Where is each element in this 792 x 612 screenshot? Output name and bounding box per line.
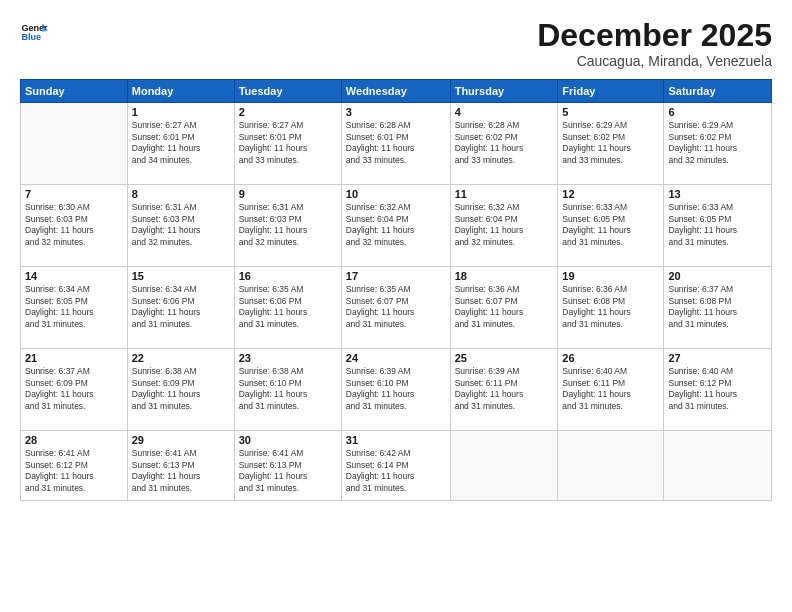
- calendar-cell: 25Sunrise: 6:39 AM Sunset: 6:11 PM Dayli…: [450, 349, 558, 431]
- month-title: December 2025: [537, 18, 772, 53]
- day-number: 4: [455, 106, 554, 118]
- day-number: 1: [132, 106, 230, 118]
- day-info: Sunrise: 6:29 AM Sunset: 6:02 PM Dayligh…: [562, 120, 659, 166]
- day-info: Sunrise: 6:30 AM Sunset: 6:03 PM Dayligh…: [25, 202, 123, 248]
- day-number: 25: [455, 352, 554, 364]
- calendar-cell: 31Sunrise: 6:42 AM Sunset: 6:14 PM Dayli…: [341, 431, 450, 501]
- day-info: Sunrise: 6:39 AM Sunset: 6:11 PM Dayligh…: [455, 366, 554, 412]
- calendar-cell: 8Sunrise: 6:31 AM Sunset: 6:03 PM Daylig…: [127, 185, 234, 267]
- day-info: Sunrise: 6:35 AM Sunset: 6:06 PM Dayligh…: [239, 284, 337, 330]
- day-number: 11: [455, 188, 554, 200]
- page-header: General Blue December 2025 Caucagua, Mir…: [20, 18, 772, 69]
- title-block: December 2025 Caucagua, Miranda, Venezue…: [537, 18, 772, 69]
- day-number: 10: [346, 188, 446, 200]
- day-info: Sunrise: 6:31 AM Sunset: 6:03 PM Dayligh…: [132, 202, 230, 248]
- day-info: Sunrise: 6:36 AM Sunset: 6:08 PM Dayligh…: [562, 284, 659, 330]
- calendar-cell: 28Sunrise: 6:41 AM Sunset: 6:12 PM Dayli…: [21, 431, 128, 501]
- day-info: Sunrise: 6:39 AM Sunset: 6:10 PM Dayligh…: [346, 366, 446, 412]
- day-of-week-header: Wednesday: [341, 80, 450, 103]
- calendar-week-row: 28Sunrise: 6:41 AM Sunset: 6:12 PM Dayli…: [21, 431, 772, 501]
- day-info: Sunrise: 6:33 AM Sunset: 6:05 PM Dayligh…: [562, 202, 659, 248]
- day-info: Sunrise: 6:28 AM Sunset: 6:02 PM Dayligh…: [455, 120, 554, 166]
- calendar-cell: 2Sunrise: 6:27 AM Sunset: 6:01 PM Daylig…: [234, 103, 341, 185]
- day-info: Sunrise: 6:29 AM Sunset: 6:02 PM Dayligh…: [668, 120, 767, 166]
- day-of-week-header: Thursday: [450, 80, 558, 103]
- calendar-cell: 19Sunrise: 6:36 AM Sunset: 6:08 PM Dayli…: [558, 267, 664, 349]
- calendar-cell: 6Sunrise: 6:29 AM Sunset: 6:02 PM Daylig…: [664, 103, 772, 185]
- day-number: 20: [668, 270, 767, 282]
- day-number: 23: [239, 352, 337, 364]
- day-info: Sunrise: 6:31 AM Sunset: 6:03 PM Dayligh…: [239, 202, 337, 248]
- calendar-table: SundayMondayTuesdayWednesdayThursdayFrid…: [20, 79, 772, 501]
- day-info: Sunrise: 6:34 AM Sunset: 6:06 PM Dayligh…: [132, 284, 230, 330]
- day-number: 15: [132, 270, 230, 282]
- calendar-cell: [450, 431, 558, 501]
- calendar-cell: 12Sunrise: 6:33 AM Sunset: 6:05 PM Dayli…: [558, 185, 664, 267]
- day-number: 9: [239, 188, 337, 200]
- day-number: 16: [239, 270, 337, 282]
- day-number: 17: [346, 270, 446, 282]
- day-info: Sunrise: 6:36 AM Sunset: 6:07 PM Dayligh…: [455, 284, 554, 330]
- calendar-cell: 29Sunrise: 6:41 AM Sunset: 6:13 PM Dayli…: [127, 431, 234, 501]
- calendar-cell: 30Sunrise: 6:41 AM Sunset: 6:13 PM Dayli…: [234, 431, 341, 501]
- calendar-cell: 5Sunrise: 6:29 AM Sunset: 6:02 PM Daylig…: [558, 103, 664, 185]
- day-info: Sunrise: 6:34 AM Sunset: 6:05 PM Dayligh…: [25, 284, 123, 330]
- day-number: 13: [668, 188, 767, 200]
- day-number: 12: [562, 188, 659, 200]
- day-info: Sunrise: 6:41 AM Sunset: 6:13 PM Dayligh…: [239, 448, 337, 494]
- day-number: 14: [25, 270, 123, 282]
- day-number: 7: [25, 188, 123, 200]
- day-info: Sunrise: 6:37 AM Sunset: 6:09 PM Dayligh…: [25, 366, 123, 412]
- logo: General Blue: [20, 18, 48, 46]
- day-number: 30: [239, 434, 337, 446]
- calendar-cell: 1Sunrise: 6:27 AM Sunset: 6:01 PM Daylig…: [127, 103, 234, 185]
- calendar-page: General Blue December 2025 Caucagua, Mir…: [0, 0, 792, 612]
- day-info: Sunrise: 6:28 AM Sunset: 6:01 PM Dayligh…: [346, 120, 446, 166]
- day-info: Sunrise: 6:38 AM Sunset: 6:10 PM Dayligh…: [239, 366, 337, 412]
- day-info: Sunrise: 6:32 AM Sunset: 6:04 PM Dayligh…: [346, 202, 446, 248]
- logo-icon: General Blue: [20, 18, 48, 46]
- day-info: Sunrise: 6:27 AM Sunset: 6:01 PM Dayligh…: [132, 120, 230, 166]
- day-of-week-header: Tuesday: [234, 80, 341, 103]
- calendar-week-row: 1Sunrise: 6:27 AM Sunset: 6:01 PM Daylig…: [21, 103, 772, 185]
- day-info: Sunrise: 6:32 AM Sunset: 6:04 PM Dayligh…: [455, 202, 554, 248]
- svg-text:Blue: Blue: [21, 32, 41, 42]
- day-number: 24: [346, 352, 446, 364]
- day-number: 27: [668, 352, 767, 364]
- calendar-cell: 10Sunrise: 6:32 AM Sunset: 6:04 PM Dayli…: [341, 185, 450, 267]
- calendar-cell: 4Sunrise: 6:28 AM Sunset: 6:02 PM Daylig…: [450, 103, 558, 185]
- calendar-week-row: 7Sunrise: 6:30 AM Sunset: 6:03 PM Daylig…: [21, 185, 772, 267]
- day-number: 2: [239, 106, 337, 118]
- day-info: Sunrise: 6:37 AM Sunset: 6:08 PM Dayligh…: [668, 284, 767, 330]
- day-number: 19: [562, 270, 659, 282]
- calendar-cell: [21, 103, 128, 185]
- calendar-cell: 13Sunrise: 6:33 AM Sunset: 6:05 PM Dayli…: [664, 185, 772, 267]
- calendar-cell: 26Sunrise: 6:40 AM Sunset: 6:11 PM Dayli…: [558, 349, 664, 431]
- day-number: 28: [25, 434, 123, 446]
- calendar-cell: 23Sunrise: 6:38 AM Sunset: 6:10 PM Dayli…: [234, 349, 341, 431]
- day-info: Sunrise: 6:40 AM Sunset: 6:11 PM Dayligh…: [562, 366, 659, 412]
- calendar-cell: 3Sunrise: 6:28 AM Sunset: 6:01 PM Daylig…: [341, 103, 450, 185]
- calendar-cell: [558, 431, 664, 501]
- calendar-cell: 27Sunrise: 6:40 AM Sunset: 6:12 PM Dayli…: [664, 349, 772, 431]
- day-info: Sunrise: 6:38 AM Sunset: 6:09 PM Dayligh…: [132, 366, 230, 412]
- calendar-cell: 9Sunrise: 6:31 AM Sunset: 6:03 PM Daylig…: [234, 185, 341, 267]
- day-number: 31: [346, 434, 446, 446]
- calendar-cell: 15Sunrise: 6:34 AM Sunset: 6:06 PM Dayli…: [127, 267, 234, 349]
- calendar-cell: [664, 431, 772, 501]
- day-of-week-header: Friday: [558, 80, 664, 103]
- calendar-cell: 14Sunrise: 6:34 AM Sunset: 6:05 PM Dayli…: [21, 267, 128, 349]
- day-number: 22: [132, 352, 230, 364]
- day-info: Sunrise: 6:33 AM Sunset: 6:05 PM Dayligh…: [668, 202, 767, 248]
- calendar-cell: 22Sunrise: 6:38 AM Sunset: 6:09 PM Dayli…: [127, 349, 234, 431]
- day-number: 3: [346, 106, 446, 118]
- day-number: 29: [132, 434, 230, 446]
- day-info: Sunrise: 6:42 AM Sunset: 6:14 PM Dayligh…: [346, 448, 446, 494]
- calendar-week-row: 14Sunrise: 6:34 AM Sunset: 6:05 PM Dayli…: [21, 267, 772, 349]
- location-subtitle: Caucagua, Miranda, Venezuela: [537, 53, 772, 69]
- calendar-week-row: 21Sunrise: 6:37 AM Sunset: 6:09 PM Dayli…: [21, 349, 772, 431]
- day-number: 18: [455, 270, 554, 282]
- day-number: 21: [25, 352, 123, 364]
- day-info: Sunrise: 6:35 AM Sunset: 6:07 PM Dayligh…: [346, 284, 446, 330]
- calendar-cell: 20Sunrise: 6:37 AM Sunset: 6:08 PM Dayli…: [664, 267, 772, 349]
